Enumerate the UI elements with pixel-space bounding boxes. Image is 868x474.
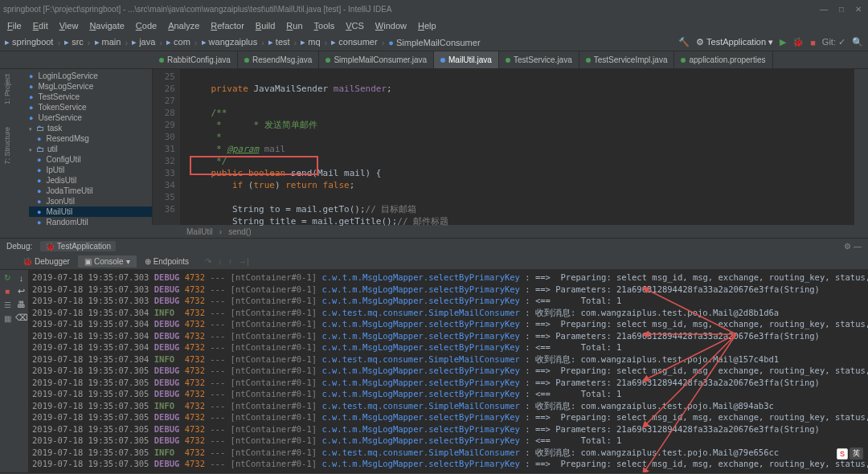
tree-item[interactable]: JsonUtil bbox=[29, 196, 152, 206]
layout-icon[interactable]: ▦ bbox=[4, 314, 11, 323]
tree-item[interactable]: TestService bbox=[29, 92, 152, 102]
editor-tab[interactable]: TestService.java bbox=[499, 51, 579, 68]
project-tool-label[interactable]: 1: Project bbox=[3, 74, 11, 104]
breadcrumb-item[interactable]: ▸ src bbox=[64, 37, 84, 47]
tree-item[interactable]: LoginLogService bbox=[29, 71, 152, 81]
menu-file[interactable]: File bbox=[3, 19, 26, 32]
close-button[interactable]: ✕ bbox=[855, 5, 862, 14]
editor-tab[interactable]: TestServiceImpl.java bbox=[579, 51, 675, 68]
tree-item[interactable]: 🗀 task bbox=[29, 123, 152, 133]
view-breakpoints-icon[interactable]: ☰ bbox=[4, 300, 11, 309]
breadcrumb: ▸ springboot›▸ src›▸ main›▸ java›▸ com›▸… bbox=[5, 37, 678, 47]
log-line: 2019-07-18 19:35:07.303 DEBUG 4732 --- [… bbox=[32, 295, 868, 307]
ime-badge[interactable]: S bbox=[837, 448, 848, 460]
log-line: 2019-07-18 19:35:07.305 DEBUG 4732 --- [… bbox=[32, 377, 868, 389]
line-number[interactable]: 29 bbox=[153, 119, 175, 131]
step-out-icon[interactable]: ↑ bbox=[228, 257, 232, 266]
tree-item[interactable]: TokenService bbox=[29, 102, 152, 112]
tree-item[interactable]: IpUtil bbox=[29, 165, 152, 175]
step-into-icon[interactable]: ↓ bbox=[218, 257, 222, 266]
line-number[interactable]: 26 bbox=[153, 83, 175, 95]
menu-vcs[interactable]: VCS bbox=[342, 19, 368, 32]
line-number[interactable]: 33 bbox=[153, 167, 175, 179]
tree-item[interactable]: 🗀 util bbox=[29, 144, 152, 154]
menu-navigate[interactable]: Navigate bbox=[85, 19, 128, 32]
line-number[interactable]: 35 bbox=[153, 191, 175, 203]
code-content[interactable]: private JavaMailSender mailSender; /** *… bbox=[180, 69, 854, 225]
debug-settings-icon[interactable]: ⚙ — bbox=[844, 242, 862, 251]
minimize-button[interactable]: — bbox=[820, 5, 828, 14]
tree-item[interactable]: ResendMsg bbox=[29, 133, 152, 144]
breadcrumb-file[interactable]: ● SimpleMailConsumer bbox=[388, 38, 480, 47]
breadcrumb-item[interactable]: ▸ main bbox=[95, 37, 121, 47]
breadcrumb-item[interactable]: ▸ com bbox=[166, 37, 190, 47]
tree-item[interactable]: JedisUtil bbox=[29, 175, 152, 186]
menu-run[interactable]: Run bbox=[282, 19, 306, 32]
editor-tab[interactable]: SimpleMailConsumer.java bbox=[319, 51, 434, 68]
build-icon[interactable]: 🔨 bbox=[678, 37, 690, 47]
line-number[interactable]: 28 bbox=[153, 107, 175, 119]
tree-item[interactable]: MsgLogService bbox=[29, 81, 152, 92]
run-button[interactable]: ▶ bbox=[780, 37, 786, 47]
debugger-tab[interactable]: 🐞Debugger bbox=[16, 255, 76, 268]
tree-item[interactable]: MailUtil bbox=[29, 206, 152, 217]
line-number[interactable]: 25 bbox=[153, 71, 175, 83]
titlebar: springboot [F:\project\springboot] - ...… bbox=[0, 0, 868, 18]
line-number[interactable]: 27 bbox=[153, 95, 175, 107]
menu-help[interactable]: Help bbox=[414, 19, 440, 32]
menu-analyze[interactable]: Analyze bbox=[164, 19, 203, 32]
line-number[interactable]: 30 bbox=[153, 131, 175, 143]
soft-wrap-icon[interactable]: ↩ bbox=[18, 286, 25, 296]
editor-tab[interactable]: ResendMsg.java bbox=[238, 51, 319, 68]
menu-refactor[interactable]: Refactor bbox=[207, 19, 248, 32]
tree-item[interactable]: JodaTimeUtil bbox=[29, 186, 152, 196]
log-line: 2019-07-18 19:35:07.305 DEBUG 4732 --- [… bbox=[32, 435, 868, 447]
step-over-icon[interactable]: ↷ bbox=[205, 257, 211, 266]
breadcrumb-item[interactable]: ▸ test bbox=[268, 37, 290, 47]
project-tree[interactable]: LoginLogServiceMsgLogServiceTestServiceT… bbox=[14, 69, 153, 225]
menu-edit[interactable]: Edit bbox=[29, 19, 52, 32]
console-output-toolbar: ↓ ↩ 🖶 ⌫ bbox=[14, 270, 29, 472]
tree-item[interactable]: UserService bbox=[29, 112, 152, 123]
line-number[interactable]: 36 bbox=[153, 203, 175, 215]
menu-build[interactable]: Build bbox=[252, 19, 279, 32]
maximize-button[interactable]: □ bbox=[839, 5, 844, 14]
stop-button[interactable]: ■ bbox=[810, 38, 816, 47]
menu-window[interactable]: Window bbox=[371, 19, 411, 32]
editor-tab[interactable]: RabbitConfig.java bbox=[153, 51, 238, 68]
crumb-method[interactable]: send() bbox=[228, 227, 251, 236]
console-output[interactable]: 2019-07-18 19:35:07.303 DEBUG 4732 --- [… bbox=[29, 270, 868, 472]
breadcrumb-item[interactable]: ▸ wangzaiplus bbox=[202, 37, 258, 47]
line-number[interactable]: 31 bbox=[153, 143, 175, 155]
endpoints-tab[interactable]: ⊕Endpoints bbox=[138, 255, 195, 268]
breadcrumb-item[interactable]: ▸ consumer bbox=[331, 37, 377, 47]
run-to-cursor-icon[interactable]: →| bbox=[239, 257, 249, 266]
console-tab[interactable]: ▣Console ▾ bbox=[78, 255, 137, 268]
ime-text[interactable]: 英 bbox=[850, 447, 863, 460]
debug-button[interactable]: 🐞 bbox=[792, 37, 804, 47]
breadcrumb-item[interactable]: ▸ springboot bbox=[5, 37, 53, 47]
line-number[interactable]: 32 bbox=[153, 155, 175, 167]
structure-tool-label[interactable]: 7: Structure bbox=[3, 127, 11, 165]
debug-run-config[interactable]: 🐞 TestApplication bbox=[40, 241, 116, 251]
print-icon[interactable]: 🖶 bbox=[17, 300, 26, 309]
search-icon[interactable]: 🔍 bbox=[852, 37, 863, 47]
tree-item[interactable]: RandomUtil bbox=[29, 217, 152, 225]
code-editor[interactable]: 252627282930313233343536 private JavaMai… bbox=[153, 69, 854, 225]
line-number[interactable]: 34 bbox=[153, 179, 175, 191]
editor-tab[interactable]: MailUtil.java bbox=[434, 51, 499, 68]
menu-view[interactable]: View bbox=[55, 19, 83, 32]
run-config-selector[interactable]: ⚙ TestApplication ▾ bbox=[696, 37, 773, 47]
tree-item[interactable]: ConfigUtil bbox=[29, 154, 152, 165]
clear-icon[interactable]: ⌫ bbox=[15, 313, 28, 323]
menu-tools[interactable]: Tools bbox=[310, 19, 339, 32]
scroll-to-end-icon[interactable]: ↓ bbox=[19, 273, 24, 283]
breadcrumb-item[interactable]: ▸ java bbox=[132, 37, 155, 47]
console-run-toolbar: ↻ ■ ☰ ▦ bbox=[0, 270, 14, 472]
breadcrumb-item[interactable]: ▸ mq bbox=[301, 37, 320, 47]
editor-tab[interactable]: application.properties bbox=[674, 51, 772, 68]
menu-code[interactable]: Code bbox=[132, 19, 161, 32]
git-pull-icon[interactable]: Git: ✓ bbox=[822, 37, 845, 47]
stop-button[interactable]: ■ bbox=[5, 287, 10, 296]
rerun-button[interactable]: ↻ bbox=[4, 273, 10, 282]
